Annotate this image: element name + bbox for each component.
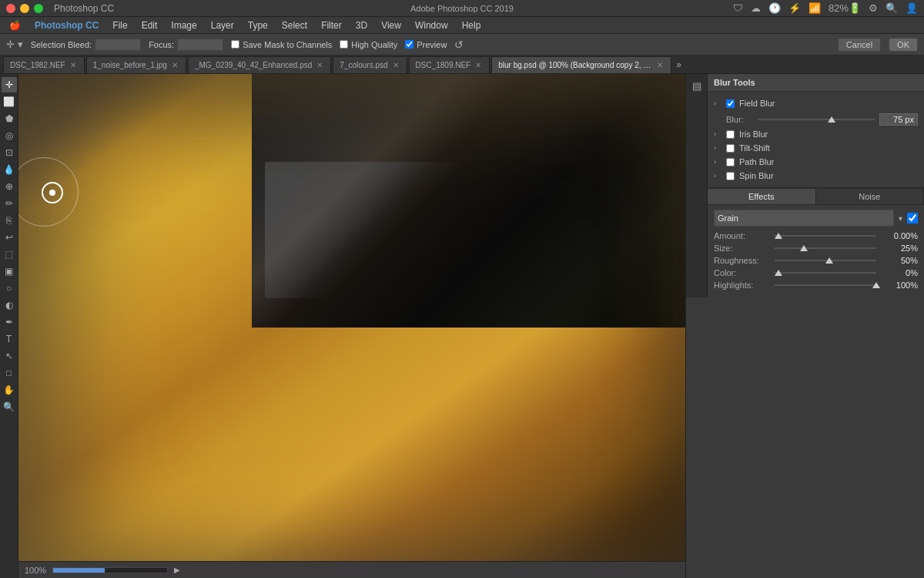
color-slider-thumb[interactable] <box>775 270 782 276</box>
history-brush-button[interactable]: ↩ <box>2 230 17 245</box>
focus-select[interactable] <box>177 39 223 51</box>
tab-effects[interactable]: Effects <box>708 189 816 204</box>
highlights-slider-thumb[interactable] <box>872 282 880 288</box>
tab-close-icon[interactable]: ✕ <box>172 61 178 69</box>
iris-blur-checkbox[interactable] <box>726 130 735 139</box>
field-blur-checkbox[interactable] <box>726 99 735 108</box>
layer-menu[interactable]: Layer <box>205 18 240 32</box>
cancel-button[interactable]: Cancel <box>838 38 881 52</box>
tab-noise[interactable]: 1_noise_before_1.jpg ✕ <box>86 56 186 73</box>
tab-dsc1809[interactable]: DSC_1809.NEF ✕ <box>409 56 490 73</box>
spin-blur-item[interactable]: › Spin Blur <box>714 169 918 183</box>
tab-noise[interactable]: Noise <box>816 189 925 204</box>
maximize-window-button[interactable] <box>34 4 43 13</box>
file-menu[interactable]: File <box>106 18 133 32</box>
hand-tool-button[interactable]: ✋ <box>2 382 17 398</box>
field-blur-item[interactable]: › Field Blur <box>714 96 918 110</box>
tab-close-icon[interactable]: ✕ <box>657 61 663 69</box>
iris-blur-item[interactable]: › Iris Blur <box>714 127 918 141</box>
grain-type-select[interactable]: Grain <box>714 210 894 227</box>
tilt-shift-item[interactable]: › Tilt-Shift <box>714 141 918 155</box>
crop-tool-button[interactable]: ⊡ <box>2 145 17 160</box>
tilt-shift-checkbox[interactable] <box>726 144 735 153</box>
quick-select-button[interactable]: ◎ <box>2 128 17 143</box>
brush-tool-button[interactable]: ✏ <box>2 196 17 211</box>
control-center-icon[interactable]: ⚙ <box>869 2 878 14</box>
shape-tool-button[interactable]: □ <box>2 365 17 381</box>
select-menu[interactable]: Select <box>276 18 313 32</box>
blur-slider-thumb[interactable] <box>828 116 835 123</box>
minimize-window-button[interactable] <box>20 4 29 13</box>
lasso-tool-button[interactable]: ⬟ <box>2 111 17 126</box>
view-menu[interactable]: View <box>375 18 407 32</box>
heal-tool-button[interactable]: ⊕ <box>2 179 17 194</box>
focus-pin[interactable] <box>42 182 63 203</box>
more-tabs-button[interactable]: » <box>676 59 681 70</box>
iris-blur-label: Iris Blur <box>739 129 918 139</box>
effects-noise-tabs: Effects Noise <box>708 188 924 205</box>
path-blur-checkbox[interactable] <box>726 158 735 166</box>
amount-slider-track[interactable] <box>775 235 876 237</box>
blur-tool-button[interactable]: ○ <box>2 281 17 296</box>
status-arrow[interactable]: ▶ <box>174 566 180 574</box>
path-blur-item[interactable]: › Path Blur <box>714 155 918 169</box>
filter-menu[interactable]: Filter <box>315 18 348 32</box>
marquee-tool-button[interactable]: ⬜ <box>2 94 17 109</box>
tab-7colours[interactable]: 7_colours.psd ✕ <box>333 56 407 73</box>
selection-bleed-select[interactable] <box>95 39 141 51</box>
save-mask-checkbox[interactable] <box>231 40 239 49</box>
zoom-tool-button[interactable]: 🔍 <box>2 399 17 415</box>
undo-icon[interactable]: ↺ <box>454 39 464 51</box>
text-tool-button[interactable]: T <box>2 331 17 347</box>
size-slider-track[interactable] <box>775 247 876 249</box>
window-menu[interactable]: Window <box>409 18 454 32</box>
tab-close-icon[interactable]: ✕ <box>316 61 323 69</box>
zoom-level: 100% <box>25 566 46 575</box>
blur-slider-track[interactable] <box>758 119 875 120</box>
move-tool-button[interactable]: ✛ <box>2 77 17 92</box>
user-icon[interactable]: 👤 <box>906 2 918 14</box>
type-menu[interactable]: Type <box>242 18 274 32</box>
ok-button[interactable]: OK <box>889 38 918 52</box>
blur-value[interactable]: 75 px <box>879 113 918 126</box>
search-icon[interactable]: 🔍 <box>886 2 898 14</box>
path-select-button[interactable]: ↖ <box>2 348 17 364</box>
high-quality-checkbox[interactable] <box>340 40 348 49</box>
tab-blurbg[interactable]: blur bg.psd @ 100% (Background copy 2, R… <box>491 56 671 73</box>
canvas-image <box>18 74 685 561</box>
tab-close-icon[interactable]: ✕ <box>475 61 481 69</box>
clone-tool-button[interactable]: ⎘ <box>2 213 17 228</box>
eyedropper-button[interactable]: 💧 <box>2 162 17 177</box>
apple-menu[interactable]: 🍎 <box>3 18 27 32</box>
preview-checkbox[interactable] <box>405 40 413 49</box>
tab-close-icon[interactable]: ✕ <box>70 61 76 69</box>
focus-label: Focus: <box>149 40 174 49</box>
3d-menu[interactable]: 3D <box>350 18 373 32</box>
roughness-slider-track[interactable] <box>775 260 876 261</box>
dodge-tool-button[interactable]: ◐ <box>2 297 17 313</box>
app-menu[interactable]: Photoshop CC <box>28 18 105 32</box>
tab-close-icon[interactable]: ✕ <box>393 61 399 69</box>
tab-dsc1982[interactable]: DSC_1982.NEF ✕ <box>3 56 85 73</box>
tilt-shift-label: Tilt-Shift <box>739 143 918 153</box>
amount-row: Amount: 0.00% <box>714 231 918 240</box>
help-menu[interactable]: Help <box>456 18 487 32</box>
image-menu[interactable]: Image <box>165 18 203 32</box>
tool-preset-picker[interactable]: ✛ ▾ <box>6 39 23 50</box>
close-window-button[interactable] <box>6 4 15 13</box>
tab-mg0239[interactable]: _MG_0239_40_42_Enhanced.psd ✕ <box>188 56 331 73</box>
edit-menu[interactable]: Edit <box>136 18 164 32</box>
color-slider-track[interactable] <box>775 272 876 274</box>
spin-blur-checkbox[interactable] <box>726 172 735 180</box>
grain-enabled-checkbox[interactable] <box>907 213 918 223</box>
canvas-content[interactable] <box>18 74 685 561</box>
amount-slider-thumb[interactable] <box>775 233 782 239</box>
gradient-tool-button[interactable]: ▣ <box>2 264 17 279</box>
eraser-tool-button[interactable]: ⬚ <box>2 247 17 262</box>
highlights-slider-track[interactable] <box>775 284 876 286</box>
panel-icon-1[interactable]: ▤ <box>688 77 705 94</box>
right-toolbar-strip: ▤ Blur Tools › Field Blur Blur: <box>686 74 924 297</box>
size-slider-thumb[interactable] <box>800 245 808 251</box>
pen-tool-button[interactable]: ✒ <box>2 314 17 330</box>
roughness-slider-thumb[interactable] <box>825 257 833 264</box>
